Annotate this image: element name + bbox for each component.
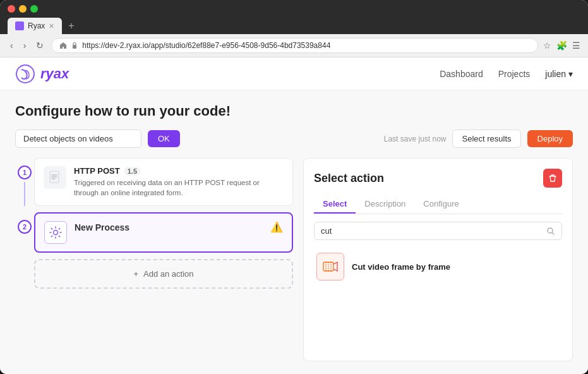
step-circle-2: 2	[18, 220, 32, 234]
app-main: Configure how to run your code! OK Last …	[0, 90, 588, 374]
refresh-button[interactable]: ↻	[33, 39, 46, 52]
add-action-plus-icon: +	[133, 269, 138, 279]
close-traffic-dot[interactable]	[8, 5, 15, 13]
right-panel: Select action Select	[303, 158, 573, 361]
svg-rect-5	[320, 256, 341, 277]
panels: 1	[15, 158, 573, 361]
browser-chrome: Ryax ✕ +	[0, 0, 588, 34]
new-tab-button[interactable]: +	[63, 18, 79, 34]
step-desc-1: Triggered on receiving data on an HTTP P…	[74, 178, 284, 198]
browser-toolbar: ‹ › ↻ https://dev-2.ryax.io/app/studio/6…	[0, 34, 588, 57]
logo-svg	[15, 64, 35, 84]
action-thumbnail	[316, 253, 344, 280]
back-button[interactable]: ‹	[8, 39, 16, 52]
warning-icon: ⚠️	[270, 221, 283, 233]
step-title-2: New Process ⚠️	[75, 221, 283, 233]
search-icon[interactable]	[546, 227, 555, 236]
maximize-traffic-dot[interactable]	[30, 5, 38, 13]
url-text[interactable]: https://dev-2.ryax.io/app/studio/62ef88e…	[82, 41, 530, 50]
browser-traffic-lights	[8, 5, 580, 13]
user-menu[interactable]: julien ▾	[545, 69, 573, 79]
gear-icon	[49, 226, 63, 239]
right-panel-header: Select action	[314, 169, 562, 188]
app-content: ryax Dashboard Projects julien ▾ Configu…	[0, 57, 588, 374]
top-bar: Configure how to run your code!	[15, 103, 573, 119]
select-action-title: Select action	[314, 172, 384, 185]
action-result-item[interactable]: Cut video frame by frame	[314, 248, 562, 286]
page-title: Configure how to run your code!	[15, 103, 573, 119]
deploy-button[interactable]: Deploy	[527, 130, 573, 147]
step-card-1[interactable]: HTTP POST 1.5 Triggered on receiving dat…	[34, 158, 293, 206]
panel-tabs: Select Description Configure	[314, 195, 562, 214]
tab-close-icon[interactable]: ✕	[49, 22, 54, 30]
last-save-label: Last save just now	[384, 135, 447, 143]
step-row-2: 2	[15, 212, 293, 253]
step-circle-1: 1	[18, 166, 32, 179]
forward-button[interactable]: ›	[21, 39, 29, 52]
nav-dashboard[interactable]: Dashboard	[440, 69, 483, 79]
logo-text: ryax	[40, 66, 69, 82]
left-panel: 1	[15, 158, 293, 361]
project-name-input[interactable]	[15, 130, 141, 148]
trash-icon	[548, 174, 557, 183]
address-bar[interactable]: https://dev-2.ryax.io/app/studio/62ef88e…	[51, 38, 538, 53]
search-svg-icon	[546, 227, 555, 236]
ok-button[interactable]: OK	[148, 130, 180, 147]
step-line-1	[24, 182, 25, 206]
step-content-2: New Process ⚠️	[75, 221, 283, 235]
add-action-label: Add an action	[143, 269, 194, 279]
add-action-card[interactable]: + Add an action	[34, 259, 293, 289]
video-cut-icon	[320, 256, 341, 277]
step-card-2[interactable]: New Process ⚠️	[34, 212, 293, 253]
document-icon	[49, 171, 61, 184]
svg-point-3	[54, 231, 58, 235]
tab-configure[interactable]: Configure	[414, 195, 467, 214]
user-dropdown-icon: ▾	[568, 69, 573, 79]
search-bar	[314, 222, 562, 240]
browser-toolbar-icons: ☆ 🧩 ☰	[543, 40, 580, 51]
minimize-traffic-dot[interactable]	[19, 5, 27, 13]
extensions-icon[interactable]: 🧩	[556, 40, 567, 51]
select-results-button[interactable]: Select results	[452, 130, 520, 148]
step-row-1: 1	[15, 158, 293, 206]
tab-favicon	[15, 21, 24, 30]
action-name-label: Cut video frame by frame	[352, 262, 450, 272]
tab-select[interactable]: Select	[314, 195, 356, 214]
step-number-col-1: 1	[15, 158, 34, 206]
svg-rect-0	[73, 45, 76, 49]
nav-projects[interactable]: Projects	[498, 69, 531, 79]
tab-label: Ryax	[28, 21, 45, 30]
menu-icon[interactable]: ☰	[572, 40, 580, 51]
top-bar-right: Last save just now Select results Deploy	[384, 130, 573, 148]
step-badge-1: 1.5	[124, 167, 141, 176]
step-content-1: HTTP POST 1.5 Triggered on receiving dat…	[74, 166, 284, 198]
step-title-1: HTTP POST 1.5	[74, 166, 284, 176]
step-icon-1	[44, 166, 66, 189]
step-icon-2	[44, 221, 67, 244]
tab-description[interactable]: Description	[356, 195, 414, 214]
app-header: ryax Dashboard Projects julien ▾	[0, 57, 588, 90]
home-icon	[59, 42, 67, 49]
app-logo: ryax	[15, 64, 69, 84]
app-nav: Dashboard Projects julien ▾	[440, 69, 573, 79]
lock-icon	[71, 42, 78, 49]
bookmark-icon[interactable]: ☆	[543, 40, 551, 51]
action-search-input[interactable]	[321, 226, 541, 236]
svg-point-1	[16, 65, 34, 83]
username-label: julien	[545, 69, 566, 79]
browser-window: Ryax ✕ + ‹ › ↻ https://dev-2.ryax.io/app…	[0, 0, 588, 374]
delete-button[interactable]	[543, 169, 562, 188]
active-tab[interactable]: Ryax ✕	[8, 18, 62, 34]
step-number-col-2: 2	[15, 212, 34, 253]
browser-tabs: Ryax ✕ +	[8, 18, 580, 34]
